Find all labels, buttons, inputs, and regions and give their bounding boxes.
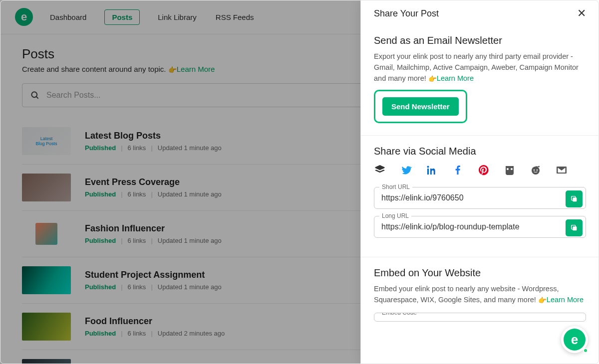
svg-point-5 bbox=[538, 166, 540, 168]
section-title: Embed on Your Website bbox=[374, 267, 586, 279]
section-title: Send as an Email Newsletter bbox=[374, 35, 586, 46]
share-panel: Share Your Post ✕ Send as an Email Newsl… bbox=[360, 0, 599, 364]
embed-code-label: Embed Code bbox=[379, 313, 419, 316]
svg-point-3 bbox=[534, 170, 535, 171]
panel-title: Share Your Post bbox=[374, 8, 439, 19]
brand-icon: e bbox=[564, 329, 586, 351]
twitter-icon[interactable] bbox=[400, 164, 412, 176]
section-description: Embed your elink post to nearly any webs… bbox=[374, 284, 586, 306]
long-url-label: Long URL bbox=[379, 212, 411, 219]
section-embed: Embed on Your Website Embed your elink p… bbox=[361, 257, 599, 334]
svg-point-2 bbox=[532, 167, 540, 175]
section-email: Send as an Email Newsletter Export your … bbox=[361, 26, 599, 135]
buffer-icon[interactable] bbox=[374, 164, 386, 176]
learn-more-link[interactable]: Learn More bbox=[547, 296, 584, 304]
section-social: Share via Social Media bbox=[361, 135, 599, 257]
pointer-icon: 👉 bbox=[538, 295, 547, 306]
svg-point-4 bbox=[537, 170, 538, 171]
long-url-value[interactable]: https://elink.io/p/blog-roundup-template bbox=[381, 222, 559, 231]
section-title: Share via Social Media bbox=[374, 146, 586, 157]
short-url-field: Short URL https://elink.io/9760650 bbox=[374, 187, 586, 209]
email-icon[interactable] bbox=[556, 164, 568, 176]
copy-short-url-button[interactable] bbox=[566, 190, 583, 207]
social-icons bbox=[374, 164, 586, 176]
svg-rect-6 bbox=[573, 198, 577, 202]
learn-more-link[interactable]: Learn More bbox=[437, 74, 474, 82]
short-url-value[interactable]: https://elink.io/9760650 bbox=[381, 193, 559, 202]
long-url-field: Long URL https://elink.io/p/blog-roundup… bbox=[374, 216, 586, 238]
reddit-icon[interactable] bbox=[530, 164, 542, 176]
copy-long-url-button[interactable] bbox=[566, 219, 583, 236]
short-url-label: Short URL bbox=[379, 183, 412, 190]
pointer-icon: 👉 bbox=[428, 74, 437, 84]
section-description: Export your elink post to nearly any thi… bbox=[374, 51, 586, 84]
hootsuite-icon[interactable] bbox=[504, 164, 516, 176]
send-newsletter-button[interactable]: Send Newsletter bbox=[382, 97, 459, 116]
svg-rect-8 bbox=[573, 227, 577, 231]
status-dot bbox=[583, 348, 588, 353]
pinterest-icon[interactable] bbox=[478, 164, 490, 176]
embed-code-field: Embed Code bbox=[374, 313, 586, 322]
linkedin-icon[interactable] bbox=[426, 164, 438, 176]
facebook-icon[interactable] bbox=[452, 164, 464, 176]
close-icon[interactable]: ✕ bbox=[577, 8, 586, 19]
send-newsletter-highlight: Send Newsletter bbox=[374, 90, 467, 123]
